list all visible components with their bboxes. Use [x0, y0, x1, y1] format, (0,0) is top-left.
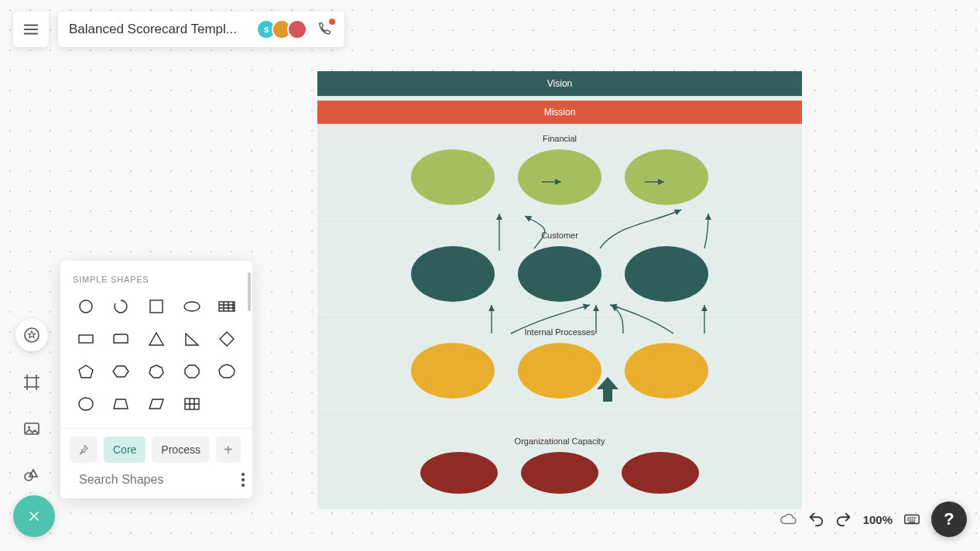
up-arrow-icon	[594, 375, 622, 403]
shapes-section-title: SIMPLE SHAPES	[60, 261, 252, 292]
status-bar: 100% ?	[780, 501, 967, 537]
shapes-tool-button[interactable]	[15, 319, 48, 351]
close-icon	[26, 508, 42, 524]
redo-button[interactable]	[835, 511, 852, 528]
left-toolbar	[15, 319, 48, 491]
process-node[interactable]	[625, 343, 708, 399]
shape-parallelogram[interactable]	[140, 389, 173, 419]
cloud-icon	[780, 511, 797, 528]
tab-core[interactable]: Core	[104, 436, 146, 463]
svg-rect-8	[79, 335, 93, 343]
tab-process[interactable]: Process	[152, 436, 210, 463]
avatar-stack[interactable]: s	[256, 19, 307, 39]
mission-band[interactable]: Mission	[317, 101, 802, 124]
shape-octagon[interactable]	[176, 357, 208, 386]
org-node[interactable]	[521, 452, 598, 494]
section-label: Financial	[317, 134, 802, 143]
document-title[interactable]: Balanced Scorecard Templ...	[69, 22, 237, 37]
svg-point-4	[80, 300, 92, 313]
customer-node[interactable]	[411, 246, 495, 302]
org-node[interactable]	[420, 452, 498, 494]
shape-hexagon[interactable]	[105, 357, 138, 386]
close-panel-button[interactable]	[13, 495, 55, 537]
title-bar: Balanced Scorecard Templ... s	[58, 12, 344, 47]
undo-button[interactable]	[807, 511, 824, 528]
redo-icon	[835, 511, 852, 528]
process-node[interactable]	[411, 343, 495, 399]
org-node[interactable]	[622, 452, 699, 494]
section-financial: Financial	[317, 124, 802, 221]
shape-diamond[interactable]	[211, 324, 243, 354]
hamburger-icon	[22, 21, 39, 38]
section-internal: Internal Processes	[317, 317, 802, 414]
section-label: Organizational Capacity	[317, 436, 802, 446]
shape-triangle[interactable]	[140, 324, 173, 354]
undo-icon	[807, 511, 824, 528]
shapes-combo-icon	[22, 466, 41, 484]
search-more-button[interactable]	[242, 473, 245, 487]
pin-tab[interactable]	[70, 436, 98, 463]
shape-trapezoid[interactable]	[105, 389, 138, 419]
svg-point-6	[184, 302, 200, 311]
collaborators: s	[256, 19, 334, 39]
shape-category-tabs: Core Process +	[60, 428, 252, 463]
shape-ring[interactable]	[70, 389, 102, 419]
scorecard-diagram[interactable]: Vision Mission Financial Customer Intern…	[317, 71, 802, 509]
avatar[interactable]	[287, 19, 307, 39]
vision-band[interactable]: Vision	[317, 71, 802, 96]
call-button[interactable]	[315, 20, 334, 39]
hamburger-menu-button[interactable]	[13, 12, 49, 47]
image-icon	[22, 419, 41, 438]
star-shape-icon	[22, 326, 41, 344]
shape-circle[interactable]	[70, 292, 102, 321]
image-tool-button[interactable]	[16, 413, 47, 444]
section-label: Internal Processes	[317, 327, 802, 337]
shape-nonagon[interactable]	[211, 357, 243, 386]
scrollbar[interactable]	[248, 272, 251, 311]
shape-pentagon[interactable]	[70, 357, 102, 386]
shape-grid	[60, 292, 252, 425]
shape-rectangle[interactable]	[70, 324, 102, 354]
shape-search-row	[60, 463, 252, 498]
shape-grid[interactable]	[176, 389, 208, 419]
help-button[interactable]: ?	[931, 501, 967, 537]
customer-node[interactable]	[625, 246, 708, 302]
cloud-sync-button[interactable]	[780, 511, 797, 528]
keyboard-button[interactable]	[903, 511, 920, 528]
section-customer: Customer	[317, 221, 802, 317]
shape-right-triangle[interactable]	[176, 324, 208, 354]
shape-blank[interactable]	[211, 389, 243, 419]
section-organizational: Organizational Capacity	[317, 414, 802, 509]
financial-node[interactable]	[625, 149, 708, 205]
shape-heptagon[interactable]	[140, 357, 173, 386]
section-label: Customer	[317, 231, 802, 240]
svg-rect-5	[150, 300, 163, 313]
svg-point-9	[79, 398, 93, 410]
financial-node[interactable]	[411, 149, 495, 205]
keyboard-icon	[903, 511, 920, 528]
process-node[interactable]	[518, 343, 601, 399]
shape-square[interactable]	[140, 292, 173, 321]
frame-icon	[22, 373, 41, 392]
shape-card[interactable]	[105, 324, 138, 354]
svg-rect-7	[219, 302, 235, 311]
notification-dot	[329, 19, 335, 25]
top-header: Balanced Scorecard Templ... s	[13, 12, 344, 47]
tab-add[interactable]: +	[216, 436, 241, 463]
shapes-panel: SIMPLE SHAPES Core Process +	[60, 261, 252, 498]
shape-arc[interactable]	[105, 292, 138, 321]
zoom-level[interactable]: 100%	[863, 513, 893, 526]
svg-point-2	[28, 426, 30, 429]
shapes-combo-tool-button[interactable]	[16, 460, 47, 491]
customer-node[interactable]	[518, 246, 601, 302]
frame-tool-button[interactable]	[16, 367, 47, 398]
financial-node[interactable]	[518, 149, 601, 205]
shape-ellipse[interactable]	[176, 292, 208, 321]
shape-table[interactable]	[211, 292, 243, 321]
pin-icon	[77, 443, 90, 456]
search-input[interactable]	[79, 473, 234, 487]
